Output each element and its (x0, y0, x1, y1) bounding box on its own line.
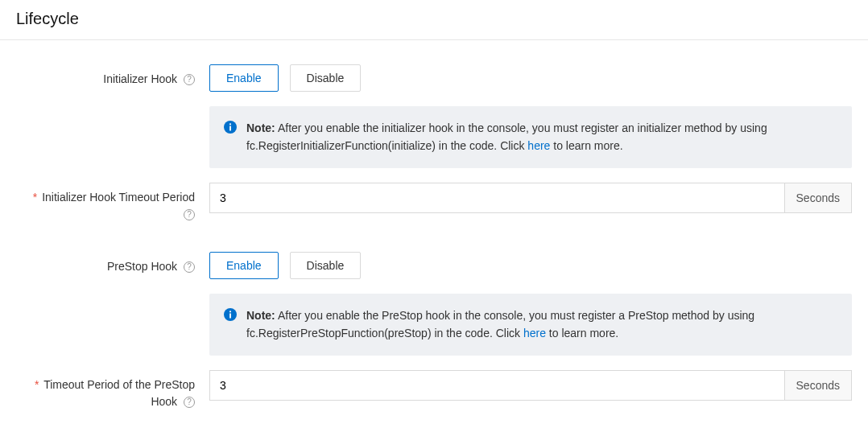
page-title: Lifecycle (16, 10, 852, 28)
initializer-toggle: Enable Disable (209, 64, 852, 92)
svg-rect-1 (229, 126, 231, 131)
info-icon (224, 308, 237, 321)
initializer-timeout-field: Seconds (209, 183, 852, 213)
initializer-note: Note: After you enable the initializer h… (209, 106, 852, 168)
prestop-learn-more-link[interactable]: here (523, 327, 546, 340)
label-text: PreStop Hook (107, 260, 177, 273)
prestop-disable-button[interactable]: Disable (290, 252, 362, 279)
help-icon[interactable]: ? (184, 74, 195, 85)
unit-seconds: Seconds (784, 370, 852, 401)
prestop-timeout-field: Seconds (209, 370, 852, 401)
note-label: Note: (246, 309, 275, 322)
prestop-note: Note: After you enable the PreStop hook … (209, 294, 852, 356)
note-before: After you enable the initializer hook in… (246, 121, 767, 152)
row-prestop-timeout: * Timeout Period of the PreStop Hook ? S… (16, 370, 852, 410)
label-prestop-hook: PreStop Hook ? (16, 252, 209, 275)
initializer-disable-button[interactable]: Disable (290, 64, 362, 92)
note-label: Note: (246, 121, 275, 134)
svg-rect-4 (229, 313, 231, 318)
help-icon[interactable]: ? (184, 209, 195, 220)
row-prestop-note: Note: After you enable the PreStop hook … (16, 294, 852, 356)
svg-point-2 (229, 123, 231, 125)
note-after: to learn more. (546, 327, 618, 340)
prestop-enable-button[interactable]: Enable (209, 252, 279, 279)
initializer-timeout-input[interactable] (209, 183, 784, 213)
row-initializer-note: Note: After you enable the initializer h… (16, 106, 852, 168)
row-initializer-hook: Initializer Hook ? Enable Disable (16, 64, 852, 92)
unit-seconds: Seconds (784, 183, 852, 213)
note-after: to learn more. (550, 139, 622, 152)
note-text: Note: After you enable the initializer h… (246, 119, 837, 155)
initializer-learn-more-link[interactable]: here (527, 139, 550, 152)
help-icon[interactable]: ? (184, 261, 195, 273)
label-text: Initializer Hook (103, 72, 177, 85)
section-divider (0, 39, 868, 40)
label-text: Timeout Period of the PreStop Hook (43, 378, 195, 408)
note-text: Note: After you enable the PreStop hook … (246, 307, 837, 343)
required-asterisk: * (35, 378, 39, 391)
note-before: After you enable the PreStop hook in the… (246, 309, 754, 340)
help-icon[interactable]: ? (184, 397, 195, 408)
label-initializer-hook: Initializer Hook ? (16, 64, 209, 88)
row-initializer-timeout: * Initializer Hook Timeout Period ? Seco… (16, 183, 852, 223)
prestop-toggle: Enable Disable (209, 252, 852, 279)
initializer-enable-button[interactable]: Enable (209, 64, 279, 92)
svg-point-5 (229, 311, 231, 312)
row-prestop-hook: PreStop Hook ? Enable Disable (16, 252, 852, 279)
label-initializer-timeout: * Initializer Hook Timeout Period ? (16, 183, 209, 223)
required-asterisk: * (33, 191, 37, 204)
info-icon (224, 121, 237, 134)
label-text: Initializer Hook Timeout Period (42, 191, 195, 204)
label-prestop-timeout: * Timeout Period of the PreStop Hook ? (16, 370, 209, 410)
prestop-timeout-input[interactable] (209, 370, 784, 401)
